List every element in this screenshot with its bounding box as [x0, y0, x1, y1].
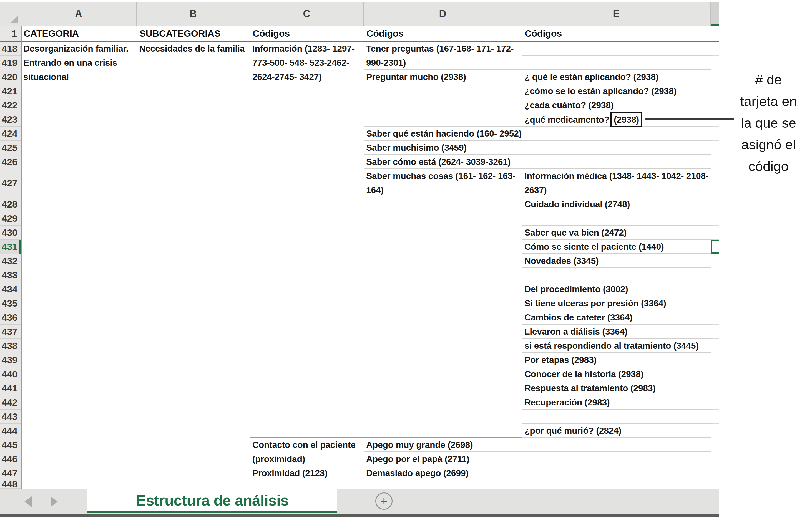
cell-f430[interactable]	[711, 225, 719, 240]
row-header-444[interactable]: 444	[0, 424, 21, 438]
cell-f434[interactable]	[711, 282, 719, 296]
cell-f436[interactable]	[711, 310, 719, 325]
cell-e421[interactable]: ¿cómo se lo están aplicando? (2938)	[522, 84, 711, 98]
cell-d420-423[interactable]: Preguntar mucho (2938)	[364, 70, 522, 126]
row-header-427[interactable]: 427	[0, 169, 21, 197]
cell-e447[interactable]	[522, 466, 711, 480]
cell-e422[interactable]: ¿cada cuánto? (2938)	[522, 98, 711, 112]
row-header-430[interactable]: 430	[0, 225, 21, 240]
sheet-nav-right-icon[interactable]	[51, 496, 58, 507]
cell-e427[interactable]: Información médica (1348- 1443- 1042- 21…	[522, 169, 711, 197]
row-header-441[interactable]: 441	[0, 381, 21, 395]
row-header-426[interactable]: 426	[0, 155, 21, 169]
column-header-c[interactable]: C	[250, 2, 364, 26]
row-header-439[interactable]: 439	[0, 353, 21, 367]
cell-d428-444[interactable]	[364, 197, 522, 438]
cell-e432[interactable]: Novedades (3345)	[522, 254, 711, 268]
cell-e433[interactable]	[522, 268, 711, 282]
row-header-428[interactable]: 428	[0, 197, 21, 211]
cell-f422[interactable]	[711, 98, 719, 112]
cell-d448[interactable]	[364, 480, 522, 489]
sheet-tab-estructura-de-analisis[interactable]: Estructura de análisis	[87, 489, 337, 513]
cell-d427[interactable]: Saber muchas cosas (161- 162- 163-164)	[364, 169, 522, 197]
cell-e446[interactable]	[522, 452, 711, 466]
cell-f420[interactable]	[711, 70, 719, 84]
cell-e429[interactable]	[522, 211, 711, 225]
cell-e448[interactable]	[522, 480, 711, 489]
cell-c418-444[interactable]: Información (1283- 1297-773-500- 548- 52…	[250, 41, 364, 438]
cell-f444[interactable]	[711, 424, 719, 438]
cell-f429[interactable]	[711, 211, 719, 225]
cell-a418-448[interactable]: Desorganización familiar.Entrando en una…	[21, 41, 137, 489]
row-header-419[interactable]: 419	[0, 56, 21, 70]
row-header-418[interactable]: 418	[0, 41, 21, 56]
row-header-423[interactable]: 423	[0, 112, 21, 126]
cell-e425[interactable]	[522, 141, 711, 155]
cell-e431[interactable]: Cómo se siente el paciente (1440)	[522, 240, 711, 254]
cell-e445[interactable]	[522, 438, 711, 452]
cell-e442[interactable]: Recuperación (2983)	[522, 395, 711, 409]
row-header-425[interactable]: 425	[0, 141, 21, 155]
cell-f424[interactable]	[711, 126, 719, 141]
cell-f433[interactable]	[711, 268, 719, 282]
row-header-420[interactable]: 420	[0, 70, 21, 84]
cell-e426[interactable]	[522, 155, 711, 169]
row-header-440[interactable]: 440	[0, 367, 21, 381]
cell-f445[interactable]	[711, 438, 719, 452]
row-header-431[interactable]: 431	[0, 240, 21, 254]
cell-f439[interactable]	[711, 353, 719, 367]
row-header-448[interactable]: 448	[0, 480, 21, 489]
select-all-corner[interactable]	[0, 2, 21, 26]
row-header-446[interactable]: 446	[0, 452, 21, 466]
cell-e437[interactable]: Llevaron a diálisis (3364)	[522, 325, 711, 339]
cell-d447[interactable]: Demasiado apego (2699)	[364, 466, 522, 480]
row-header-424[interactable]: 424	[0, 126, 21, 141]
selected-cell-f431[interactable]	[711, 240, 719, 254]
cell-f427[interactable]	[711, 169, 719, 197]
cell-e418[interactable]	[522, 41, 711, 56]
cell-b418-448[interactable]: Necesidades de la familia	[137, 41, 250, 489]
row-header-443[interactable]: 443	[0, 409, 21, 424]
cell-f447[interactable]	[711, 466, 719, 480]
row-header-429[interactable]: 429	[0, 211, 21, 225]
cell-f443[interactable]	[711, 409, 719, 424]
column-header-f-partial[interactable]	[711, 2, 719, 26]
row-header-422[interactable]: 422	[0, 98, 21, 112]
cell-f440[interactable]	[711, 367, 719, 381]
cell-f441[interactable]	[711, 381, 719, 395]
cell-e436[interactable]: Cambios de cateter (3364)	[522, 310, 711, 325]
cell-e438[interactable]: si está respondiendo al tratamiento (344…	[522, 339, 711, 353]
cell-d1[interactable]: Códigos	[364, 26, 522, 40]
row-header-421[interactable]: 421	[0, 84, 21, 98]
column-header-b[interactable]: B	[137, 2, 250, 26]
row-header-437[interactable]: 437	[0, 325, 21, 339]
cell-f432[interactable]	[711, 254, 719, 268]
cell-e444[interactable]: ¿por qué murió? (2824)	[522, 424, 711, 438]
cell-e440[interactable]: Conocer de la historia (2938)	[522, 367, 711, 381]
cell-f448[interactable]	[711, 480, 719, 489]
row-header-438[interactable]: 438	[0, 339, 21, 353]
row-header-434[interactable]: 434	[0, 282, 21, 296]
row-header-442[interactable]: 442	[0, 395, 21, 409]
row-header-433[interactable]: 433	[0, 268, 21, 282]
cell-d446[interactable]: Apego por el papá (2711)	[364, 452, 522, 466]
cell-e1[interactable]: Códigos	[522, 26, 711, 40]
cell-e441[interactable]: Respuesta al tratamiento (2983)	[522, 381, 711, 395]
row-header-436[interactable]: 436	[0, 310, 21, 325]
cell-f438[interactable]	[711, 339, 719, 353]
cell-f442[interactable]	[711, 395, 719, 409]
row-header-432[interactable]: 432	[0, 254, 21, 268]
cell-d445[interactable]: Apego muy grande (2698)	[364, 438, 522, 452]
cell-e439[interactable]: Por etapas (2983)	[522, 353, 711, 367]
new-sheet-button[interactable]: +	[375, 492, 393, 510]
cell-e434[interactable]: Del procedimiento (3002)	[522, 282, 711, 296]
cell-d426[interactable]: Saber cómo está (2624- 3039-3261)	[364, 155, 522, 169]
cell-b1[interactable]: SUBCATEGORIAS	[137, 26, 250, 40]
row-header-435[interactable]: 435	[0, 296, 21, 310]
cell-e435[interactable]: Si tiene ulceras por presión (3364)	[522, 296, 711, 310]
cell-e419[interactable]	[522, 56, 711, 70]
cell-f418[interactable]	[711, 41, 719, 56]
cell-f425[interactable]	[711, 141, 719, 155]
column-header-a[interactable]: A	[21, 2, 137, 26]
cell-e428[interactable]: Cuidado individual (2748)	[522, 197, 711, 211]
